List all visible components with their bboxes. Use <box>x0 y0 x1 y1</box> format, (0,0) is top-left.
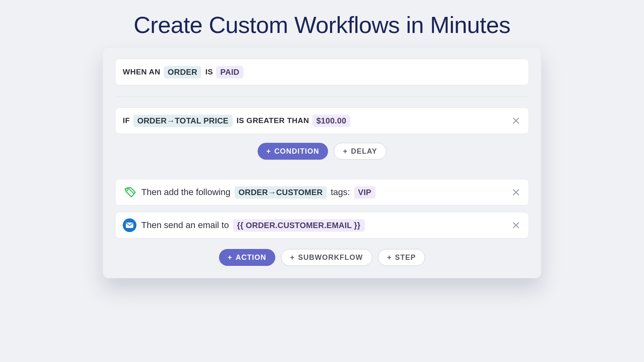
trigger-state-token[interactable]: PAID <box>216 66 244 78</box>
plus-icon: + <box>343 148 348 155</box>
add-action-label: ACTION <box>236 253 266 262</box>
add-action-button[interactable]: + ACTION <box>219 249 275 266</box>
workflow-panel: WHEN AN ORDER IS PAID IF ORDER→TOTAL PRI… <box>103 47 541 278</box>
plus-icon: + <box>266 148 271 155</box>
action-row-email[interactable]: Then send an email to {{ ORDER.CUSTOMER.… <box>115 212 529 239</box>
action-tag-suffix: tags: <box>331 187 350 197</box>
plus-icon: + <box>290 254 295 261</box>
trigger-entity-token[interactable]: ORDER <box>164 66 202 78</box>
condition-comparator: IS GREATER THAN <box>237 116 309 125</box>
close-icon <box>512 221 520 230</box>
remove-action-button[interactable] <box>509 218 523 232</box>
condition-prefix: IF <box>123 116 130 125</box>
action-buttons: + ACTION + SUBWORKFLOW + STEP <box>115 249 529 266</box>
add-condition-label: CONDITION <box>274 147 319 156</box>
plus-icon: + <box>228 254 233 261</box>
add-subworkflow-button[interactable]: + SUBWORKFLOW <box>281 249 372 266</box>
remove-condition-button[interactable] <box>509 114 523 128</box>
trigger-prefix: WHEN AN <box>123 68 161 76</box>
tag-icon <box>123 185 139 199</box>
condition-value-token[interactable]: $100.00 <box>312 115 350 127</box>
condition-row[interactable]: IF ORDER→TOTAL PRICE IS GREATER THAN $10… <box>115 107 529 134</box>
plus-icon: + <box>387 254 392 261</box>
action-email-expr-token[interactable]: {{ ORDER.CUSTOMER.EMAIL }} <box>233 219 365 232</box>
action-tag-badge[interactable]: VIP <box>354 186 376 199</box>
add-step-label: STEP <box>395 253 416 262</box>
action-tag-path-token[interactable]: ORDER→CUSTOMER <box>235 186 327 199</box>
mail-icon <box>123 218 139 232</box>
add-delay-label: DELAY <box>351 147 377 156</box>
add-subworkflow-label: SUBWORKFLOW <box>298 253 363 262</box>
divider <box>116 97 528 97</box>
action-tag-text: Then add the following ORDER→CUSTOMER ta… <box>141 186 377 199</box>
close-icon <box>512 116 520 125</box>
add-step-button[interactable]: + STEP <box>378 249 425 266</box>
actions-block: Then add the following ORDER→CUSTOMER ta… <box>115 179 529 239</box>
remove-action-button[interactable] <box>509 185 523 199</box>
action-email-lead: Then send an email to <box>141 220 229 230</box>
add-delay-button[interactable]: + DELAY <box>334 143 386 160</box>
trigger-row[interactable]: WHEN AN ORDER IS PAID <box>115 59 529 85</box>
add-condition-button[interactable]: + CONDITION <box>258 143 328 160</box>
svg-point-0 <box>126 190 128 191</box>
action-tag-lead: Then add the following <box>141 187 230 197</box>
condition-path-token[interactable]: ORDER→TOTAL PRICE <box>133 115 233 127</box>
trigger-mid: IS <box>205 68 213 76</box>
action-row-tag[interactable]: Then add the following ORDER→CUSTOMER ta… <box>115 179 529 206</box>
condition-buttons: + CONDITION + DELAY <box>115 143 529 160</box>
close-icon <box>512 188 520 197</box>
page-title: Create Custom Workflows in Minutes <box>0 11 644 38</box>
action-email-text: Then send an email to {{ ORDER.CUSTOMER.… <box>141 219 366 232</box>
